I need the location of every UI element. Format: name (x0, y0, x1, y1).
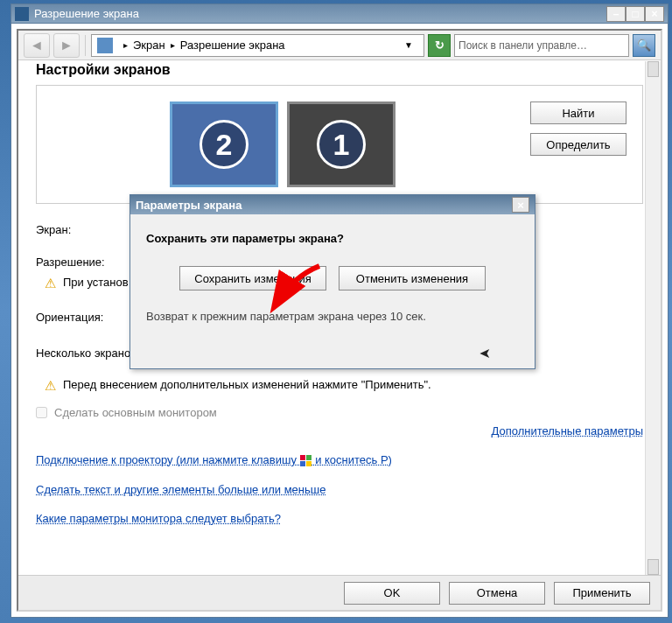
nav-bar: ◄ ► ▸ Экран ▸ Разрешение экрана ▼ ↻ Поис… (18, 31, 661, 60)
find-button[interactable]: Найти (530, 102, 626, 124)
cursor-icon: ➤ (480, 345, 491, 361)
dialog-title: Параметры экрана (136, 199, 242, 212)
monitor-1[interactable]: 1 (287, 102, 396, 187)
svg-rect-3 (306, 461, 312, 466)
identify-button[interactable]: Определить (530, 133, 626, 156)
forward-button[interactable]: ► (53, 33, 80, 58)
svg-rect-1 (306, 455, 312, 460)
save-changes-button[interactable]: Сохранить изменения (179, 266, 326, 290)
dialog-footer: OK Отмена Применить (18, 575, 661, 610)
dialog-close-button[interactable]: × (512, 197, 529, 213)
breadcrumb-item[interactable]: Разрешение экрана (180, 38, 285, 52)
window-titlebar: Разрешение экрана – □ × (11, 4, 668, 24)
make-primary-checkbox: Сделать основным монитором (36, 406, 643, 419)
revert-timer-text: Возврат к прежним параметрам экрана чере… (146, 310, 519, 323)
monitors-area[interactable]: 2 1 (52, 102, 513, 187)
close-button[interactable]: × (645, 6, 664, 22)
which-settings-link[interactable]: Какие параметры монитора следует выбрать… (36, 512, 643, 525)
make-primary-checkbox-input (36, 407, 47, 418)
monitor-2[interactable]: 2 (170, 102, 278, 187)
window-title: Разрешение экрана (34, 7, 139, 20)
maximize-button[interactable]: □ (626, 6, 645, 22)
display-arrangement-box: 2 1 Найти Определить (36, 85, 643, 204)
ok-button[interactable]: OK (344, 582, 440, 605)
vertical-scrollbar[interactable] (645, 61, 661, 575)
svg-rect-0 (300, 455, 305, 460)
breadcrumb-dropdown[interactable]: ▼ (399, 40, 418, 50)
cancel-button[interactable]: Отмена (449, 582, 545, 605)
apply-warning: ⚠ Перед внесением дополнительных изменен… (36, 378, 643, 394)
page-heading: Настройки экранов (36, 62, 643, 78)
breadcrumb[interactable]: ▸ Экран ▸ Разрешение экрана ▼ (91, 34, 424, 57)
warning-icon: ⚠ (45, 378, 56, 394)
refresh-button[interactable]: ↻ (428, 34, 451, 57)
apply-button[interactable]: Применить (554, 582, 650, 605)
svg-rect-2 (300, 461, 305, 466)
advanced-settings-link[interactable]: Дополнительные параметры (36, 424, 643, 438)
projector-link[interactable]: Подключение к проектору (или нажмите кла… (36, 453, 643, 467)
search-input[interactable]: Поиск в панели управле… (454, 34, 629, 57)
minimize-button[interactable]: – (606, 6, 626, 22)
warning-icon: ⚠ (45, 276, 56, 291)
windows-key-icon (300, 455, 312, 467)
monitor-badge-1: 1 (317, 120, 366, 169)
revert-changes-button[interactable]: Отменить изменения (339, 266, 486, 290)
search-placeholder: Поиск в панели управле… (458, 39, 587, 52)
dialog-titlebar: Параметры экрана × (130, 195, 535, 214)
search-button[interactable]: 🔍 (633, 34, 655, 57)
monitor-icon (97, 38, 113, 53)
text-size-link[interactable]: Сделать текст и другие элементы больше и… (36, 483, 643, 496)
monitor-badge-2: 2 (200, 120, 248, 169)
breadcrumb-item[interactable]: Экран (133, 38, 165, 52)
dialog-question: Сохранить эти параметры экрана? (146, 232, 519, 245)
back-button[interactable]: ◄ (24, 33, 50, 58)
display-settings-dialog: Параметры экрана × Сохранить эти парамет… (130, 194, 536, 369)
app-icon (15, 7, 29, 21)
